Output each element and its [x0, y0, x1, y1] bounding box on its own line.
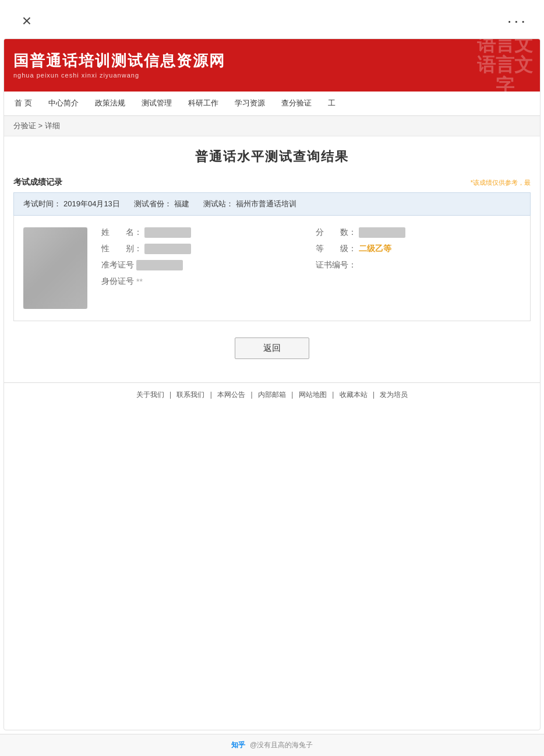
more-options-button[interactable]: ···	[507, 12, 528, 30]
breadcrumb: 分验证 > 详细	[4, 116, 540, 136]
watermark-bar: 知乎 @没有且高的海兔子	[0, 734, 544, 756]
name-label: 姓 名：	[101, 227, 142, 238]
site-title: 国普通话培训测试信息资源网	[13, 52, 225, 70]
detail-card: 姓 名： 分 数： 性 别： 等 级：	[13, 216, 531, 321]
info-fields: 姓 名： 分 数： 性 别： 等 级：	[101, 227, 521, 287]
footer-link-about[interactable]: 关于我们	[136, 391, 164, 399]
id-card-suffix: **	[136, 277, 143, 286]
exam-station-item: 测试站： 福州市普通话培训	[203, 199, 296, 209]
id-card-field-row: 身份证号 **	[101, 276, 306, 287]
top-bar: × ···	[0, 0, 544, 38]
score-field-row: 分 数：	[316, 227, 521, 238]
gender-value	[144, 244, 191, 254]
site-footer: 关于我们 | 联系我们 | 本网公告 | 内部邮箱 | 网站地图 | 收藏本站 …	[4, 382, 540, 407]
page-title: 普通话水平测试查询结果	[13, 148, 531, 166]
score-note: *该成绩仅供参考，最	[471, 178, 531, 187]
level-field-row: 等 级： 二级乙等	[316, 244, 521, 254]
browser-content: 国普通话培训测试信息资源网 nghua peixun ceshi xinxi z…	[3, 38, 541, 730]
return-section: 返回	[13, 321, 531, 371]
footer-link-collect[interactable]: 收藏本站	[340, 391, 368, 399]
score-value	[359, 227, 405, 238]
watermark-user: @没有且高的海兔子	[250, 740, 313, 750]
nav-item-policy[interactable]: 政策法规	[87, 92, 133, 116]
nav-item-test-mgmt[interactable]: 测试管理	[133, 92, 180, 116]
exam-id-value	[136, 260, 183, 270]
site-subtitle: nghua peixun ceshi xinxi ziyuanwang	[13, 72, 225, 79]
score-record-label: 考试成绩记录	[13, 177, 62, 188]
footer-link-email[interactable]: 内部邮箱	[258, 391, 286, 399]
nav-item-verify[interactable]: 查分验证	[273, 92, 320, 116]
banner-deco: 语言文 语言文字	[470, 39, 540, 92]
main-content: 普通话水平测试查询结果 考试成绩记录 *该成绩仅供参考，最 考试时间： 2019…	[4, 136, 540, 382]
level-label: 等 级：	[316, 244, 356, 254]
nav-bar: 首 页 中心简介 政策法规 测试管理 科研工作 学习资源 查分验证 工	[4, 92, 540, 116]
score-label: 分 数：	[316, 227, 356, 238]
photo-blur	[23, 227, 87, 309]
exam-station-label: 测试站：	[203, 199, 234, 209]
name-value	[144, 227, 191, 238]
breadcrumb-text: 分验证 > 详细	[13, 121, 60, 130]
footer-link-notice[interactable]: 本网公告	[217, 391, 245, 399]
banner-text-block: 国普通话培训测试信息资源网 nghua peixun ceshi xinxi z…	[4, 47, 235, 83]
exam-id-label: 准考证号	[101, 260, 134, 270]
nav-item-resources[interactable]: 学习资源	[227, 92, 273, 116]
exam-time-label: 考试时间：	[23, 199, 61, 209]
level-value: 二级乙等	[359, 244, 391, 254]
exam-station-value: 福州市普通话培训	[236, 199, 296, 209]
photo-placeholder	[23, 227, 87, 309]
exam-province-label: 测试省份：	[134, 199, 172, 209]
nav-item-intro[interactable]: 中心简介	[40, 92, 87, 116]
zhihu-logo: 知乎	[231, 740, 245, 750]
name-field-row: 姓 名：	[101, 227, 306, 238]
footer-link-contact[interactable]: 联系我们	[176, 391, 204, 399]
close-button[interactable]: ×	[16, 10, 37, 31]
exam-info-row: 考试时间： 2019年04月13日 测试省份： 福建 测试站： 福州市普通话培训	[13, 192, 531, 216]
exam-time-item: 考试时间： 2019年04月13日	[23, 199, 120, 209]
nav-item-home[interactable]: 首 页	[6, 92, 40, 116]
cert-label: 证书编号：	[316, 260, 356, 270]
site-banner: 国普通话培训测试信息资源网 nghua peixun ceshi xinxi z…	[4, 39, 540, 92]
exam-id-field-row: 准考证号	[101, 260, 306, 270]
nav-item-research[interactable]: 科研工作	[180, 92, 227, 116]
cert-field-row: 证书编号：	[316, 260, 521, 270]
nav-item-more[interactable]: 工	[320, 92, 344, 116]
gender-label: 性 别：	[101, 244, 142, 254]
return-button[interactable]: 返回	[235, 337, 309, 359]
footer-link-sitemap[interactable]: 网站地图	[299, 391, 327, 399]
footer-link-admin[interactable]: 发为培员	[380, 391, 408, 399]
close-icon: ×	[22, 13, 31, 29]
score-record-header: 考试成绩记录 *该成绩仅供参考，最	[13, 177, 531, 188]
exam-time-value: 2019年04月13日	[63, 199, 120, 209]
exam-province-item: 测试省份： 福建	[134, 199, 189, 209]
banner-deco-text: 语言文 语言文字	[470, 39, 540, 92]
phone-wrapper: × ··· 国普通话培训测试信息资源网 nghua peixun ceshi x…	[0, 0, 544, 756]
id-card-label: 身份证号	[101, 276, 134, 287]
gender-field-row: 性 别：	[101, 244, 306, 254]
exam-province-value: 福建	[174, 199, 189, 209]
